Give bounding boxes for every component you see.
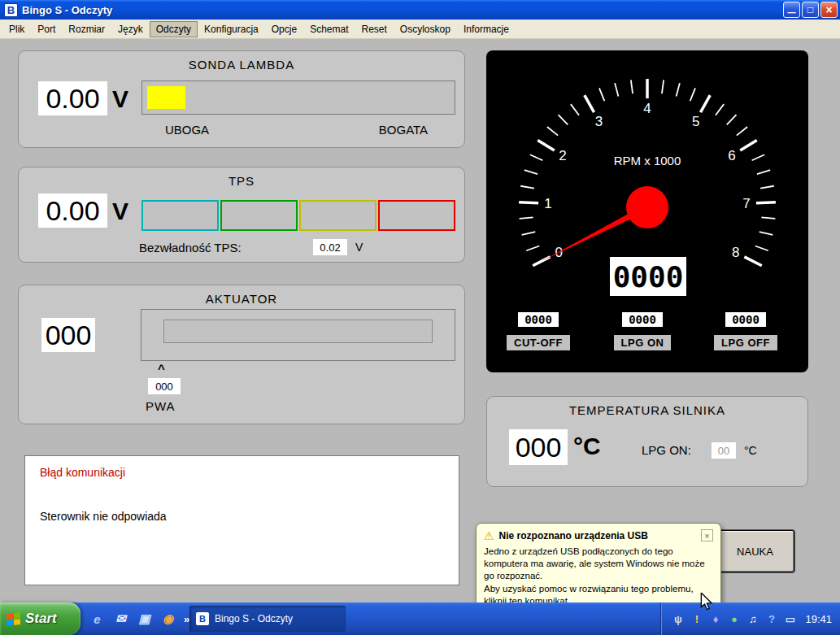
- tps-segment-2: [220, 200, 298, 231]
- tps-panel: TPS 0.00 V Bezwładność TPS: 0.02 V: [18, 167, 465, 263]
- menu-item-rozmiar[interactable]: Rozmiar: [62, 21, 111, 37]
- tps-segment-1: [141, 200, 219, 231]
- communication-message-box: Błąd komunikacji Sterownik nie odpowiada: [24, 455, 459, 585]
- tps-segment-bar: [141, 200, 455, 231]
- help-icon[interactable]: ?: [764, 612, 778, 626]
- mail-icon[interactable]: ✉: [113, 611, 128, 627]
- balloon-body[interactable]: Jedno z urządzeń USB podłączonych do teg…: [484, 546, 713, 607]
- taskbar: Start e ✉ ▣ ◉ » B Bingo S - Odczyty ψ ! …: [0, 602, 840, 635]
- balloon-text-line-1: Jedno z urządzeń USB podłączonych do teg…: [484, 546, 713, 583]
- device-warning-icon[interactable]: !: [690, 612, 703, 626]
- lpg-on-counter-value: 0000: [622, 312, 663, 327]
- temperatura-silnika-panel: TEMPERATURA SILNIKA 000 °C LPG ON: 00 °C: [486, 396, 808, 487]
- lpg-on-counter: 0000 LPG ON: [594, 312, 691, 350]
- display-icon[interactable]: ▭: [783, 612, 797, 626]
- gauge-hub: [626, 186, 668, 228]
- aktuator-value-display: 000: [41, 318, 95, 352]
- gauge-scale-4: 4: [643, 101, 651, 116]
- nauka-button[interactable]: NAUKA: [716, 530, 794, 572]
- gauge-rpm-label: RPM x 1000: [614, 154, 681, 167]
- menu-item-reset[interactable]: Reset: [355, 21, 394, 37]
- close-button[interactable]: ×: [820, 2, 838, 18]
- tps-inertia-unit: V: [355, 241, 363, 254]
- balloon-title: Nie rozpoznano urządzenia USB: [499, 530, 696, 541]
- lambda-bar-fill: [147, 86, 185, 109]
- menu-item-konfiguracja[interactable]: Konfiguracja: [198, 21, 265, 37]
- show-desktop-icon[interactable]: ▣: [137, 611, 152, 627]
- antivirus-icon[interactable]: ●: [727, 612, 741, 626]
- menu-item-oscyloskop[interactable]: Oscyloskop: [394, 21, 457, 37]
- lpg-on-temp-value: 00: [712, 442, 736, 459]
- lpg-off-counter: 0000 LPG OFF: [697, 312, 794, 350]
- lambda-value-display: 0.00: [38, 81, 107, 115]
- usb-notification-balloon[interactable]: ⚠ Nie rozpoznano urządzenia USB × Jedno …: [476, 523, 721, 615]
- windows-flag-icon: [7, 612, 20, 626]
- lambda-panel-title: SONDA LAMBDA: [19, 58, 464, 72]
- window-titlebar: B Bingo S - Odczyty — □ ×: [0, 0, 840, 20]
- lambda-bar-gauge: [141, 80, 455, 115]
- menu-item-plik[interactable]: Plik: [2, 21, 31, 37]
- temperature-unit-label: °C: [573, 433, 601, 460]
- media-player-icon[interactable]: ◉: [160, 611, 176, 627]
- sonda-lambda-panel: SONDA LAMBDA 0.00 V UBOGA BOGATA: [18, 50, 465, 148]
- cutoff-counter: 0000 CUT-OFF: [490, 312, 587, 350]
- volume-icon[interactable]: ♫: [746, 612, 759, 626]
- temperature-panel-title: TEMPERATURA SILNIKA: [487, 403, 807, 417]
- pwa-value-display: 000: [148, 378, 181, 394]
- menu-item-informacje[interactable]: Informacje: [457, 21, 516, 37]
- tps-segment-4: [378, 200, 455, 231]
- close-icon: ×: [825, 3, 832, 16]
- window-title: Bingo S - Odczyty: [22, 4, 783, 16]
- desktop-screen: B Bingo S - Odczyty — □ × Plik Port Rozm…: [0, 0, 840, 635]
- aktuator-bar-frame: [141, 309, 455, 361]
- gauge-scale-6: 6: [728, 148, 735, 163]
- menu-item-port[interactable]: Port: [31, 21, 62, 37]
- cutoff-counter-value: 0000: [518, 312, 559, 327]
- internet-explorer-icon[interactable]: e: [89, 611, 105, 627]
- cutoff-counter-label: CUT-OFF: [507, 335, 570, 350]
- tps-unit-label: V: [112, 198, 128, 225]
- taskbar-task-button[interactable]: B Bingo S - Odczyty: [189, 606, 346, 632]
- lpg-on-temp-label: LPG ON:: [642, 443, 691, 457]
- usb-plug-icon[interactable]: ψ: [671, 612, 685, 626]
- lpg-off-counter-value: 0000: [725, 312, 766, 327]
- tps-inertia-value: 0.02: [313, 239, 347, 255]
- system-tray: ψ ! ♦ ● ♫ ? ▭ 19:41: [660, 602, 840, 635]
- mouse-cursor: [699, 593, 714, 612]
- tps-value-display: 0.00: [38, 194, 107, 228]
- task-button-label: Bingo S - Odczyty: [215, 613, 293, 624]
- maximize-button[interactable]: □: [802, 2, 819, 18]
- aktuator-bar: [163, 320, 433, 343]
- tps-panel-title: TPS: [19, 174, 464, 188]
- quick-launch-bar: e ✉ ▣ ◉ »: [85, 602, 194, 635]
- error-message: Sterownik nie odpowiada: [40, 510, 444, 523]
- gauge-scale-7: 7: [742, 196, 750, 211]
- gauge-scale-5: 5: [692, 114, 699, 129]
- balloon-close-button[interactable]: ×: [701, 529, 713, 541]
- gauge-scale-1: 1: [544, 196, 551, 211]
- menu-item-opcje[interactable]: Opcje: [265, 21, 303, 37]
- minimize-icon: —: [788, 8, 796, 17]
- task-button-app-icon: B: [196, 612, 209, 625]
- warning-icon: ⚠: [484, 530, 494, 541]
- start-button[interactable]: Start: [0, 602, 81, 635]
- start-button-label: Start: [25, 611, 57, 627]
- lambda-unit-label: V: [112, 85, 128, 113]
- client-area: SONDA LAMBDA 0.00 V UBOGA BOGATA TPS 0.0…: [0, 39, 840, 602]
- error-title: Błąd komunikacji: [40, 466, 444, 479]
- agent-icon[interactable]: ♦: [708, 612, 722, 626]
- temperature-value-display: 000: [509, 429, 568, 465]
- lpg-off-counter-label: LPG OFF: [714, 335, 777, 350]
- menu-item-jezyk[interactable]: Język: [111, 21, 150, 37]
- lambda-label-uboga: UBOGA: [142, 123, 232, 137]
- taskbar-clock[interactable]: 19:41: [805, 613, 832, 625]
- aktuator-position-marker: ^: [158, 362, 165, 376]
- aktuator-panel-title: AKTUATOR: [19, 292, 464, 306]
- menu-item-schemat[interactable]: Schemat: [303, 21, 355, 37]
- lambda-label-bogata: BOGATA: [359, 123, 448, 137]
- lpg-on-temp-unit: °C: [744, 444, 757, 457]
- minimize-button[interactable]: —: [783, 2, 800, 18]
- menu-item-odczyty[interactable]: Odczyty: [150, 21, 198, 37]
- rpm-value-display: 0000: [610, 257, 686, 296]
- app-icon: B: [4, 3, 18, 17]
